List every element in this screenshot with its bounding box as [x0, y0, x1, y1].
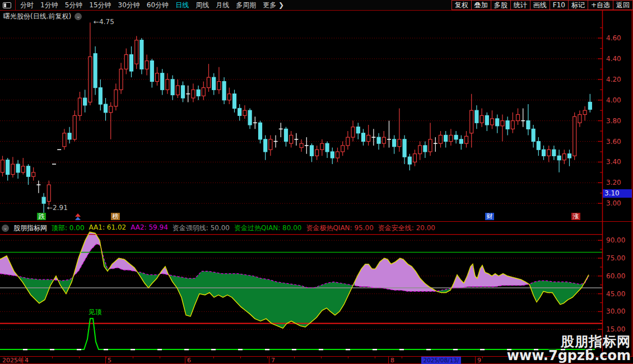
price-axis-label: 3.40 [606, 158, 631, 166]
button-F10[interactable]: F10 [550, 0, 569, 10]
watermark-url: www.7gpzb.com [507, 349, 631, 363]
event-badge-财[interactable]: 财 [485, 213, 494, 220]
event-badge-跌[interactable]: 跌 [37, 213, 46, 220]
tab-月线[interactable]: 月线 [216, 1, 229, 10]
price-axis-label: 3.60 [606, 138, 631, 146]
button-标记[interactable]: 标记 [568, 0, 588, 10]
date-tick [294, 357, 295, 358]
button-叠加[interactable]: 叠加 [471, 0, 491, 10]
date-tick [375, 357, 375, 358]
tab-1分钟[interactable]: 1分钟 [40, 1, 58, 10]
chart-title-bar: 曙光股份(日线.前复权) ⌄ [3, 12, 82, 21]
indicator-source: 股朋指标网 [13, 223, 47, 233]
date-tick [240, 357, 241, 358]
top-menu-bar: 分时1分钟5分钟15分钟30分钟60分钟日线周线月线多周期更多 ❯ 复权叠加多股… [0, 0, 633, 11]
signal-label: 见顶 [89, 309, 102, 316]
price-axis-label: 4.00 [606, 96, 631, 104]
indicator-value: 资金安全线: 20.00 [378, 223, 435, 233]
date-tick [160, 357, 160, 358]
indicator-axis-label: 60.00 [606, 272, 631, 280]
month-label: 5 [108, 357, 111, 364]
month-divider [185, 357, 185, 364]
indicator-value: AA2: 59.94 [131, 223, 168, 233]
event-badge-涨[interactable]: 涨 [571, 213, 580, 220]
tools-menu: 复权叠加多股统计画线F10标记+自选返回 [452, 0, 633, 10]
indicator-values: 顶部: 0.00AA1: 61.02AA2: 59.94资金强弱线: 50.00… [52, 223, 435, 233]
indicator-value: 资金强弱线: 50.00 [173, 223, 230, 233]
tab-15分钟[interactable]: 15分钟 [89, 1, 111, 10]
window-icon[interactable] [3, 2, 11, 8]
tab-30分钟[interactable]: 30分钟 [118, 1, 140, 10]
button-复权[interactable]: 复权 [452, 0, 472, 10]
button-统计[interactable]: 统计 [510, 0, 530, 10]
tab-周线[interactable]: 周线 [196, 1, 209, 10]
price-annotation: ←4.75 [94, 18, 114, 26]
date-tick [52, 357, 53, 358]
double-arrow-icon [75, 217, 81, 220]
tab-分时[interactable]: 分时 [20, 1, 34, 10]
month-divider [388, 357, 389, 364]
indicator-axis-label: 30.00 [606, 307, 631, 315]
indicator-value: 资金过热QIAN: 80.00 [234, 223, 301, 233]
date-tick [79, 357, 80, 358]
chart-title: 曙光股份(日线.前复权) [3, 12, 71, 21]
indicator-axis-label: 45.00 [606, 290, 631, 298]
tab-多周期[interactable]: 多周期 [236, 1, 256, 10]
tab-5分钟[interactable]: 5分钟 [65, 1, 83, 10]
month-label: 6 [187, 357, 191, 364]
date-tick [213, 357, 214, 358]
tab-60分钟[interactable]: 60分钟 [147, 1, 169, 10]
tab-更多 ❯[interactable]: 更多 ❯ [263, 1, 284, 10]
date-tick [187, 357, 187, 358]
chevron-down-icon[interactable]: ⌄ [75, 13, 82, 20]
watermark-site-name: 股朋指标网 [507, 335, 631, 349]
event-badge-榜[interactable]: 榜 [111, 213, 120, 220]
month-label: 9 [477, 357, 481, 364]
indicator-axis-label: 15.00 [606, 325, 631, 333]
price-axis-label: 4.40 [606, 55, 631, 63]
month-label: 7 [271, 357, 275, 364]
candlestick-chart[interactable] [0, 10, 633, 221]
month-divider [269, 357, 269, 364]
month-divider [22, 357, 23, 364]
month-divider [475, 357, 476, 364]
date-tick [402, 357, 402, 358]
indicator-value: 顶部: 0.00 [52, 223, 85, 233]
button-多股[interactable]: 多股 [491, 0, 511, 10]
price-marker: 3.10 [603, 189, 632, 198]
indicator-value: AA1: 61.02 [89, 223, 127, 233]
date-tick [482, 357, 483, 358]
topbar-divider [15, 0, 16, 11]
button-画线[interactable]: 画线 [530, 0, 550, 10]
tab-日线[interactable]: 日线 [175, 1, 189, 10]
indicator-axis-label: 90.00 [606, 236, 631, 244]
indicator-axis-label: 75.00 [606, 254, 631, 262]
date-tick [133, 357, 133, 358]
price-axis-label: 3.00 [606, 199, 631, 207]
date-tick [106, 357, 106, 358]
date-tick [25, 357, 26, 358]
price-axis-label: 3.20 [606, 179, 631, 186]
price-axis-label: 4.60 [606, 34, 631, 42]
period-menu: 分时1分钟5分钟15分钟30分钟60分钟日线周线月线多周期更多 ❯ [20, 1, 291, 10]
date-tick [348, 357, 348, 358]
indicator-header: ⌄ 股朋指标网 顶部: 0.00AA1: 61.02AA2: 59.94资金强弱… [2, 223, 435, 233]
year-label: 2025年 [2, 357, 24, 364]
indicator-chevron-icon[interactable]: ⌄ [2, 225, 9, 232]
price-axis-label: 3.80 [606, 117, 631, 125]
button-返回[interactable]: 返回 [613, 0, 633, 10]
price-annotation: ←2.91 [47, 204, 68, 212]
button-+自选[interactable]: +自选 [588, 0, 613, 10]
watermark: 股朋指标网 www.7gpzb.com [507, 335, 631, 363]
date-tick [321, 357, 322, 358]
selected-date-box: 2025/08/13/三 [421, 357, 461, 364]
date-tick [267, 357, 268, 358]
indicator-value: 资金极热QIAN: 95.00 [306, 223, 373, 233]
price-axis-label: 4.20 [606, 76, 631, 83]
month-label: 8 [390, 357, 394, 364]
